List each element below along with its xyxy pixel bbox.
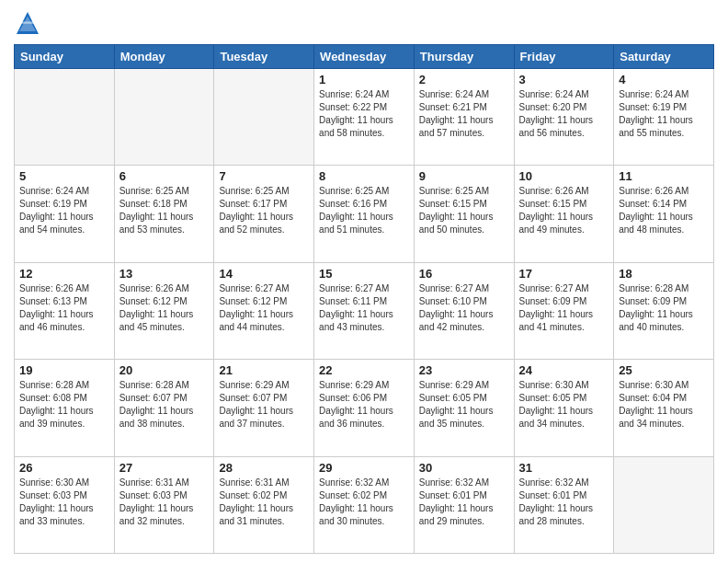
week-row-1: 5Sunrise: 6:24 AM Sunset: 6:19 PM Daylig… bbox=[15, 166, 714, 262]
day-info: Sunrise: 6:30 AM Sunset: 6:04 PM Dayligh… bbox=[619, 379, 709, 431]
day-number: 20 bbox=[119, 363, 210, 377]
day-number: 25 bbox=[619, 363, 709, 377]
day-number: 21 bbox=[219, 363, 309, 377]
calendar-table: SundayMondayTuesdayWednesdayThursdayFrid… bbox=[14, 44, 714, 554]
week-row-2: 12Sunrise: 6:26 AM Sunset: 6:13 PM Dayli… bbox=[15, 262, 714, 359]
day-info: Sunrise: 6:27 AM Sunset: 6:12 PM Dayligh… bbox=[219, 282, 309, 334]
day-number: 27 bbox=[119, 461, 210, 475]
day-info: Sunrise: 6:26 AM Sunset: 6:12 PM Dayligh… bbox=[119, 282, 210, 334]
day-cell: 9Sunrise: 6:25 AM Sunset: 6:15 PM Daylig… bbox=[414, 166, 514, 262]
day-header-sunday: Sunday bbox=[15, 45, 115, 69]
day-cell: 18Sunrise: 6:28 AM Sunset: 6:09 PM Dayli… bbox=[614, 262, 714, 359]
day-cell: 31Sunrise: 6:32 AM Sunset: 6:01 PM Dayli… bbox=[514, 456, 614, 553]
day-number: 1 bbox=[319, 73, 409, 86]
day-number: 31 bbox=[519, 461, 609, 475]
day-info: Sunrise: 6:25 AM Sunset: 6:18 PM Dayligh… bbox=[119, 185, 210, 236]
day-info: Sunrise: 6:26 AM Sunset: 6:13 PM Dayligh… bbox=[19, 282, 109, 334]
svg-rect-2 bbox=[21, 22, 35, 24]
day-number: 22 bbox=[319, 363, 409, 377]
day-number: 10 bbox=[519, 169, 609, 183]
day-number: 26 bbox=[19, 461, 109, 475]
day-number: 4 bbox=[619, 73, 709, 86]
week-row-0: 1Sunrise: 6:24 AM Sunset: 6:22 PM Daylig… bbox=[15, 69, 714, 166]
day-cell: 8Sunrise: 6:25 AM Sunset: 6:16 PM Daylig… bbox=[314, 166, 415, 262]
page: SundayMondayTuesdayWednesdayThursdayFrid… bbox=[0, 0, 728, 563]
day-cell: 16Sunrise: 6:27 AM Sunset: 6:10 PM Dayli… bbox=[414, 262, 514, 359]
day-cell: 11Sunrise: 6:26 AM Sunset: 6:14 PM Dayli… bbox=[614, 166, 714, 262]
day-info: Sunrise: 6:29 AM Sunset: 6:07 PM Dayligh… bbox=[219, 379, 309, 431]
day-info: Sunrise: 6:28 AM Sunset: 6:07 PM Dayligh… bbox=[119, 379, 210, 431]
day-cell: 23Sunrise: 6:29 AM Sunset: 6:05 PM Dayli… bbox=[414, 360, 514, 456]
day-info: Sunrise: 6:29 AM Sunset: 6:06 PM Dayligh… bbox=[319, 379, 409, 431]
day-cell: 19Sunrise: 6:28 AM Sunset: 6:08 PM Dayli… bbox=[15, 360, 115, 456]
day-cell: 24Sunrise: 6:30 AM Sunset: 6:05 PM Dayli… bbox=[514, 360, 614, 456]
day-number: 9 bbox=[419, 169, 509, 183]
day-info: Sunrise: 6:24 AM Sunset: 6:19 PM Dayligh… bbox=[619, 88, 709, 140]
day-info: Sunrise: 6:26 AM Sunset: 6:15 PM Dayligh… bbox=[519, 185, 609, 236]
day-number: 15 bbox=[319, 267, 409, 281]
day-cell: 14Sunrise: 6:27 AM Sunset: 6:12 PM Dayli… bbox=[214, 262, 314, 359]
day-number: 24 bbox=[519, 363, 609, 377]
day-cell: 6Sunrise: 6:25 AM Sunset: 6:18 PM Daylig… bbox=[114, 166, 214, 262]
day-info: Sunrise: 6:25 AM Sunset: 6:17 PM Dayligh… bbox=[219, 185, 309, 236]
day-info: Sunrise: 6:32 AM Sunset: 6:01 PM Dayligh… bbox=[419, 477, 509, 528]
week-row-4: 26Sunrise: 6:30 AM Sunset: 6:03 PM Dayli… bbox=[15, 456, 714, 553]
day-number: 7 bbox=[219, 169, 309, 183]
header bbox=[14, 9, 714, 37]
day-number: 14 bbox=[219, 267, 309, 281]
day-number: 18 bbox=[619, 267, 709, 281]
day-info: Sunrise: 6:25 AM Sunset: 6:16 PM Dayligh… bbox=[319, 185, 409, 236]
day-number: 29 bbox=[319, 461, 409, 475]
day-cell: 22Sunrise: 6:29 AM Sunset: 6:06 PM Dayli… bbox=[314, 360, 415, 456]
day-cell: 4Sunrise: 6:24 AM Sunset: 6:19 PM Daylig… bbox=[614, 69, 714, 166]
day-number: 11 bbox=[619, 169, 709, 183]
day-header-thursday: Thursday bbox=[414, 45, 514, 69]
day-header-tuesday: Tuesday bbox=[214, 45, 314, 69]
day-info: Sunrise: 6:26 AM Sunset: 6:14 PM Dayligh… bbox=[619, 185, 709, 236]
day-number: 13 bbox=[119, 267, 210, 281]
day-cell: 7Sunrise: 6:25 AM Sunset: 6:17 PM Daylig… bbox=[214, 166, 314, 262]
day-info: Sunrise: 6:31 AM Sunset: 6:03 PM Dayligh… bbox=[119, 477, 210, 528]
day-cell bbox=[15, 69, 115, 166]
day-info: Sunrise: 6:24 AM Sunset: 6:19 PM Dayligh… bbox=[19, 185, 109, 236]
day-cell bbox=[214, 69, 314, 166]
week-row-3: 19Sunrise: 6:28 AM Sunset: 6:08 PM Dayli… bbox=[15, 360, 714, 456]
day-cell: 29Sunrise: 6:32 AM Sunset: 6:02 PM Dayli… bbox=[314, 456, 415, 553]
day-info: Sunrise: 6:27 AM Sunset: 6:09 PM Dayligh… bbox=[519, 282, 609, 334]
logo bbox=[14, 9, 43, 37]
day-number: 2 bbox=[419, 73, 509, 86]
day-cell: 26Sunrise: 6:30 AM Sunset: 6:03 PM Dayli… bbox=[15, 456, 115, 553]
day-info: Sunrise: 6:32 AM Sunset: 6:01 PM Dayligh… bbox=[519, 477, 609, 528]
day-info: Sunrise: 6:32 AM Sunset: 6:02 PM Dayligh… bbox=[319, 477, 409, 528]
day-info: Sunrise: 6:31 AM Sunset: 6:02 PM Dayligh… bbox=[219, 477, 309, 528]
day-info: Sunrise: 6:24 AM Sunset: 6:21 PM Dayligh… bbox=[419, 88, 509, 140]
day-info: Sunrise: 6:30 AM Sunset: 6:03 PM Dayligh… bbox=[19, 477, 109, 528]
day-cell: 3Sunrise: 6:24 AM Sunset: 6:20 PM Daylig… bbox=[514, 69, 614, 166]
day-header-monday: Monday bbox=[114, 45, 214, 69]
day-info: Sunrise: 6:25 AM Sunset: 6:15 PM Dayligh… bbox=[419, 185, 509, 236]
day-cell: 1Sunrise: 6:24 AM Sunset: 6:22 PM Daylig… bbox=[314, 69, 415, 166]
day-cell: 2Sunrise: 6:24 AM Sunset: 6:21 PM Daylig… bbox=[414, 69, 514, 166]
day-cell bbox=[614, 456, 714, 553]
day-number: 5 bbox=[19, 169, 109, 183]
day-number: 17 bbox=[519, 267, 609, 281]
day-info: Sunrise: 6:27 AM Sunset: 6:11 PM Dayligh… bbox=[319, 282, 409, 334]
day-header-friday: Friday bbox=[514, 45, 614, 69]
day-info: Sunrise: 6:27 AM Sunset: 6:10 PM Dayligh… bbox=[419, 282, 509, 334]
day-number: 3 bbox=[519, 73, 609, 86]
day-info: Sunrise: 6:30 AM Sunset: 6:05 PM Dayligh… bbox=[519, 379, 609, 431]
day-number: 23 bbox=[419, 363, 509, 377]
day-info: Sunrise: 6:28 AM Sunset: 6:09 PM Dayligh… bbox=[619, 282, 709, 334]
day-number: 19 bbox=[19, 363, 109, 377]
day-number: 12 bbox=[19, 267, 109, 281]
day-cell: 10Sunrise: 6:26 AM Sunset: 6:15 PM Dayli… bbox=[514, 166, 614, 262]
day-cell: 21Sunrise: 6:29 AM Sunset: 6:07 PM Dayli… bbox=[214, 360, 314, 456]
day-header-wednesday: Wednesday bbox=[314, 45, 415, 69]
day-number: 8 bbox=[319, 169, 409, 183]
day-cell: 20Sunrise: 6:28 AM Sunset: 6:07 PM Dayli… bbox=[114, 360, 214, 456]
day-cell: 27Sunrise: 6:31 AM Sunset: 6:03 PM Dayli… bbox=[114, 456, 214, 553]
day-number: 28 bbox=[219, 461, 309, 475]
logo-icon bbox=[14, 9, 41, 37]
day-cell: 5Sunrise: 6:24 AM Sunset: 6:19 PM Daylig… bbox=[15, 166, 115, 262]
header-row: SundayMondayTuesdayWednesdayThursdayFrid… bbox=[15, 45, 714, 69]
